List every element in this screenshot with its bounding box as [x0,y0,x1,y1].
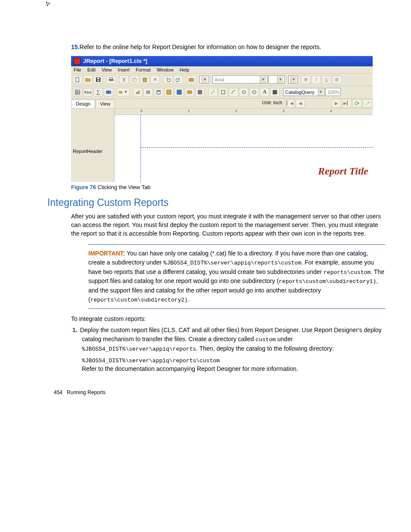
report-title-placeholder[interactable]: Report Title [318,165,368,177]
catalog-value: CatalogQuery [285,90,314,95]
svg-rect-21 [157,91,160,92]
svg-rect-11 [75,90,80,94]
line-icon[interactable] [208,88,218,96]
text-icon[interactable]: A [260,88,269,96]
band-panel: ReportHeader [71,109,114,182]
table-icon[interactable] [73,88,82,96]
step-1-follow: Refer to the documentation accompanying … [82,365,385,372]
nav-next-icon[interactable]: ▶ [332,99,341,108]
open-icon[interactable] [83,75,93,84]
svg-rect-3 [97,80,100,81]
arc-icon[interactable] [229,88,238,96]
paste-icon[interactable] [140,75,149,84]
nav-prev-icon[interactable]: ◀ [296,99,305,108]
crosstab-icon[interactable] [164,88,174,96]
svg-rect-28 [252,91,256,93]
menu-format[interactable]: Format [136,67,151,72]
important-note: IMPORTANT: You can have only one catalog… [88,244,385,309]
svg-rect-5 [110,78,112,79]
menu-edit[interactable]: Edit [87,67,96,72]
step-15: 15.Refer to the online help for Report D… [71,43,385,52]
menu-file[interactable]: File [74,67,81,72]
chart-icon[interactable] [133,88,143,96]
label-icon[interactable] [185,88,194,96]
screenshot-figure: JReport - [Report1.cls *] File Edit View… [71,56,373,182]
stop-icon[interactable]: 𝓕 [363,99,372,108]
important-label: IMPORTANT: [88,250,125,257]
page-footer: 454 Running Reports [54,389,385,395]
design-canvas[interactable]: Report Title [115,115,373,182]
imp-m2: reports\custom [324,269,371,276]
cut-icon[interactable] [119,75,129,84]
svg-rect-12 [106,91,111,93]
s1-t3: . Then, deploy the catalog to the follow… [196,345,334,352]
svg-point-27 [242,91,246,93]
figure-caption: Figure 76 Clicking the View Tab [71,184,385,190]
catalog-dropdown[interactable]: CatalogQuery▼ [283,88,324,96]
delete-icon[interactable]: ✕ [150,75,160,84]
fontsize-dropdown[interactable]: ▼ [268,75,285,84]
page-number: 454 [54,389,62,395]
step-number: 15. [71,44,79,50]
print-icon[interactable] [106,75,116,84]
oval-icon[interactable] [239,88,249,96]
s1-t2: under [276,336,293,342]
nav-last-icon[interactable]: ▶▎ [342,99,352,108]
font-dropdown[interactable]: Arial▼ [212,75,268,84]
refresh-icon[interactable]: ⟳ [352,99,362,108]
zoom-dropdown[interactable]: 100% [325,88,341,96]
menu-insert[interactable]: Insert [118,67,130,72]
menu-window[interactable]: Window [157,67,174,72]
underline-icon[interactable]: U [322,75,331,84]
svg-rect-7 [134,79,136,82]
undo-icon[interactable] [163,75,173,84]
redo-icon[interactable] [174,75,183,84]
bold-icon[interactable]: B [301,75,311,84]
field-icon[interactable] [104,88,113,96]
s1-m1: custom [255,336,276,343]
zoom-value: 100% [327,90,339,95]
italic-icon[interactable]: I [311,75,321,84]
sum-icon[interactable]: ∑ [93,88,103,96]
insert-icon[interactable] [270,88,280,96]
formula-icon[interactable]: F(x) [83,88,93,96]
roundrect-icon[interactable] [249,88,259,96]
imp-t5: . [188,296,190,303]
figure-text: Clicking the View Tab [96,184,151,190]
tab-view[interactable]: View [95,100,115,108]
integrate-intro: To integrate custom reports: [71,315,385,322]
ruler: 0 1 2 3 4 [115,109,373,115]
ruler-0: 0 [140,109,142,113]
menu-bar[interactable]: File Edit View Insert Format Window Help [71,66,373,74]
s1-m2: %JBOSS4_DIST%\server\appiq\reports [82,346,196,352]
toolbar-3: Design View Unit: Inch ▎◀ ◀ ▶ ▶▎ ⟳ 𝓕 [71,99,373,109]
image-icon[interactable] [174,88,184,96]
subreport-icon[interactable] [154,88,163,96]
box-icon[interactable] [218,88,228,96]
save-icon[interactable] [93,75,103,84]
toolbar-2: F(x) ∑ ▼ A CatalogQuery▼ 100% [71,86,373,99]
catalog-icon[interactable] [187,75,196,84]
barcode-icon[interactable] [143,88,153,96]
imp-m4: reports\custom\subdirectory2) [90,297,188,303]
component-icon[interactable]: ▼ [117,88,130,96]
menu-help[interactable]: Help [180,67,190,72]
toolbar-1: ✕ ▼ Arial▼ ▼ ▼ B I U [71,74,373,86]
copy-icon[interactable] [130,75,139,84]
ole-icon[interactable] [195,88,205,96]
imp-m3: reports\custom\subdirectory1) [279,278,376,285]
menu-view[interactable]: View [102,67,112,72]
new-icon[interactable] [73,75,82,84]
svg-rect-18 [148,90,149,94]
imp-m1: %JBOSS4_DIST%\server\appiq\reports\custo… [163,260,301,266]
toolbar-dropdown-2[interactable]: ▼ [288,75,298,84]
window-title: JReport - [Report1.cls *] [83,58,147,64]
tab-design[interactable]: Design [71,100,95,108]
footer-title: Running Reports [67,389,106,395]
s1-t1: Deploy the custom report files (CLS, CAT… [80,327,382,342]
align-icon[interactable] [332,75,342,84]
toolbar-dropdown[interactable]: ▼ [199,75,209,84]
nav-first-icon[interactable]: ▎◀ [285,99,295,108]
svg-rect-15 [137,91,138,94]
section-heading: Integrating Custom Reports [47,197,385,208]
